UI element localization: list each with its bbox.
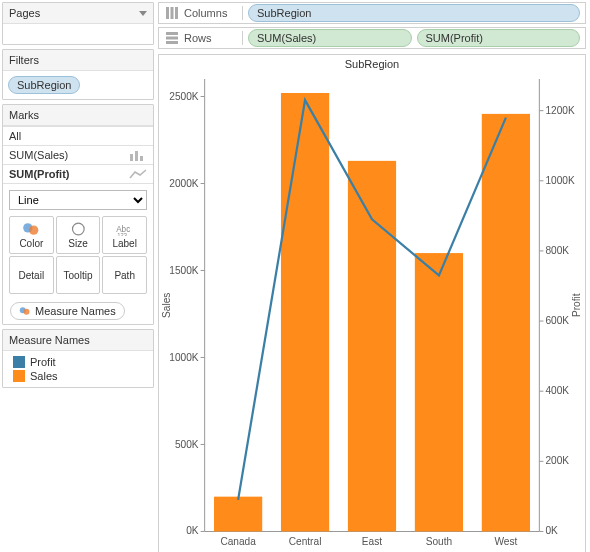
columns-icon (165, 6, 179, 20)
svg-point-5 (72, 223, 84, 235)
marks-header[interactable]: Marks (3, 105, 153, 126)
caret-down-icon (139, 11, 147, 16)
svg-text:East: East (362, 536, 382, 547)
legend-swatch (13, 356, 25, 368)
svg-rect-0 (130, 154, 133, 161)
marks-panel: Marks All SUM(Sales) SUM(Profit) Line Co (2, 104, 154, 325)
svg-text:200K: 200K (545, 455, 569, 466)
svg-point-9 (24, 309, 30, 315)
svg-point-4 (29, 226, 38, 235)
svg-text:South: South (426, 536, 452, 547)
svg-text:123: 123 (118, 232, 128, 236)
filters-panel: Filters SubRegion (2, 49, 154, 100)
bar-icon (129, 149, 147, 161)
svg-rect-1 (135, 151, 138, 161)
size-icon (69, 222, 88, 236)
rows-pill-sales[interactable]: SUM(Sales) (248, 29, 412, 47)
svg-text:0K: 0K (545, 525, 558, 536)
filter-pill-subregion[interactable]: SubRegion (8, 76, 80, 94)
label-button[interactable]: Abc123 Label (102, 216, 147, 254)
svg-text:1500K: 1500K (169, 265, 199, 276)
color-shelf-pill[interactable]: Measure Names (10, 302, 125, 320)
svg-text:Profit: Profit (571, 293, 582, 317)
label-icon: Abc123 (115, 222, 134, 236)
columns-shelf[interactable]: Columns SubRegion (158, 2, 586, 24)
tooltip-button[interactable]: Tooltip (56, 256, 101, 294)
svg-rect-12 (175, 7, 178, 19)
svg-rect-45 (214, 497, 262, 532)
legend-item[interactable]: Sales (7, 369, 149, 383)
columns-pill-subregion[interactable]: SubRegion (248, 4, 580, 22)
svg-rect-46 (281, 93, 329, 531)
svg-text:500K: 500K (175, 439, 199, 450)
svg-rect-48 (415, 253, 463, 531)
svg-rect-47 (348, 161, 396, 532)
detail-button[interactable]: Detail (9, 256, 54, 294)
chart-plot: 0K500K1000K1500K2000K2500K0K200K400K600K… (159, 73, 585, 552)
rows-pill-profit[interactable]: SUM(Profit) (417, 29, 581, 47)
svg-text:Central: Central (289, 536, 322, 547)
svg-text:Canada: Canada (220, 536, 256, 547)
svg-text:0K: 0K (186, 525, 199, 536)
legend-label: Sales (30, 370, 58, 382)
path-button[interactable]: Path (102, 256, 147, 294)
svg-text:1200K: 1200K (545, 105, 575, 116)
filters-header[interactable]: Filters (3, 50, 153, 71)
color-icon (22, 222, 41, 236)
legend-panel: Measure Names ProfitSales (2, 329, 154, 388)
filters-label: Filters (9, 54, 39, 66)
svg-rect-14 (166, 37, 178, 40)
svg-text:2500K: 2500K (169, 91, 199, 102)
chart-area: SubRegion 0K500K1000K1500K2000K2500K0K20… (158, 54, 586, 552)
marks-sales[interactable]: SUM(Sales) (3, 146, 153, 165)
color-icon (19, 306, 31, 316)
svg-rect-13 (166, 32, 178, 35)
svg-rect-2 (140, 156, 143, 161)
marks-profit[interactable]: SUM(Profit) (3, 165, 153, 184)
svg-text:West: West (494, 536, 517, 547)
svg-rect-11 (171, 7, 174, 19)
legend-body: ProfitSales (3, 351, 153, 387)
mark-type-select[interactable]: Line (9, 190, 147, 210)
pages-panel: Pages (2, 2, 154, 45)
marks-label: Marks (9, 109, 39, 121)
legend-item[interactable]: Profit (7, 355, 149, 369)
legend-label: Profit (30, 356, 56, 368)
legend-header[interactable]: Measure Names (3, 330, 153, 351)
svg-text:600K: 600K (545, 315, 569, 326)
svg-text:800K: 800K (545, 245, 569, 256)
chart-title: SubRegion (159, 55, 585, 73)
svg-text:1000K: 1000K (169, 352, 199, 363)
size-button[interactable]: Size (56, 216, 101, 254)
svg-text:2000K: 2000K (169, 178, 199, 189)
svg-rect-15 (166, 41, 178, 44)
svg-rect-49 (482, 114, 530, 532)
color-button[interactable]: Color (9, 216, 54, 254)
line-icon (129, 168, 147, 180)
legend-swatch (13, 370, 25, 382)
rows-shelf[interactable]: Rows SUM(Sales) SUM(Profit) (158, 27, 586, 49)
pages-label: Pages (9, 7, 40, 19)
pages-header[interactable]: Pages (3, 3, 153, 24)
rows-icon (165, 31, 179, 45)
svg-text:Sales: Sales (161, 293, 172, 318)
svg-text:1000K: 1000K (545, 175, 575, 186)
svg-rect-10 (166, 7, 169, 19)
marks-all[interactable]: All (3, 127, 153, 146)
svg-text:400K: 400K (545, 385, 569, 396)
